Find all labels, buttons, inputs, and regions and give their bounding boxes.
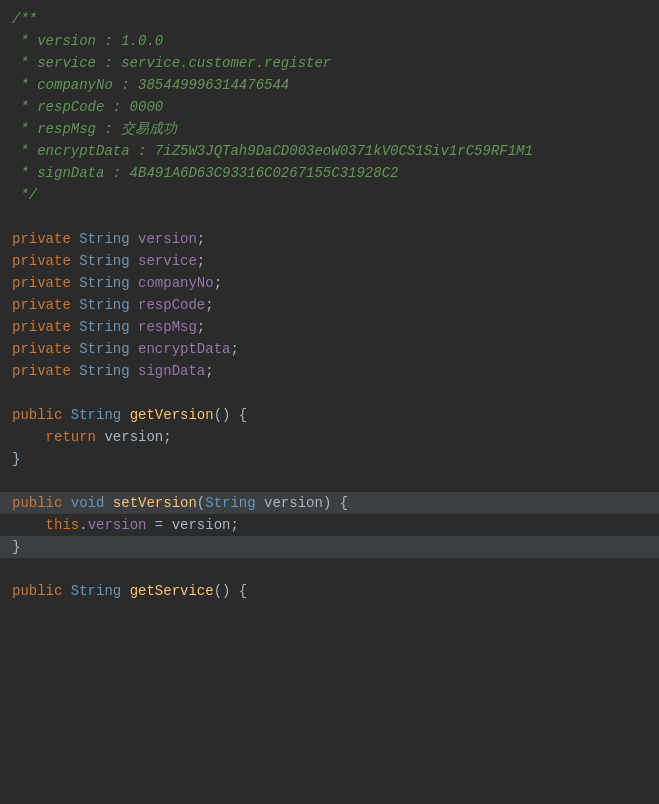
code-line-21: } xyxy=(0,448,659,470)
code-line-23: public void setVersion(String version) { xyxy=(0,492,659,514)
code-line-16: private String encryptData; xyxy=(0,338,659,360)
code-line-8: * signData : 4B491A6D63C93316C0267155C31… xyxy=(0,162,659,184)
code-line-4: * companyNo : 385449996314476544 xyxy=(0,74,659,96)
code-line-24: this.version = version; xyxy=(0,514,659,536)
code-line-14: private String respCode; xyxy=(0,294,659,316)
code-line-17: private String signData; xyxy=(0,360,659,382)
code-line-9: */ xyxy=(0,184,659,206)
code-line-15: private String respMsg; xyxy=(0,316,659,338)
code-line-12: private String service; xyxy=(0,250,659,272)
code-line-1: /** xyxy=(0,8,659,30)
code-line-19: public String getVersion() { xyxy=(0,404,659,426)
code-editor: /** * version : 1.0.0 * service : servic… xyxy=(0,0,659,804)
code-line-6: * respMsg : 交易成功 xyxy=(0,118,659,140)
code-line-20: return version; xyxy=(0,426,659,448)
code-line-2: * version : 1.0.0 xyxy=(0,30,659,52)
code-line-22 xyxy=(0,470,659,492)
code-line-3: * service : service.customer.register xyxy=(0,52,659,74)
code-line-5: * respCode : 0000 xyxy=(0,96,659,118)
code-line-18 xyxy=(0,382,659,404)
code-line-26 xyxy=(0,558,659,580)
code-line-13: private String companyNo; xyxy=(0,272,659,294)
code-line-7: * encryptData : 7iZ5W3JQTah9DaCD003eoW03… xyxy=(0,140,659,162)
code-line-10 xyxy=(0,206,659,228)
code-line-27: public String getService() { xyxy=(0,580,659,602)
code-line-11: private String version; xyxy=(0,228,659,250)
code-line-25: } xyxy=(0,536,659,558)
